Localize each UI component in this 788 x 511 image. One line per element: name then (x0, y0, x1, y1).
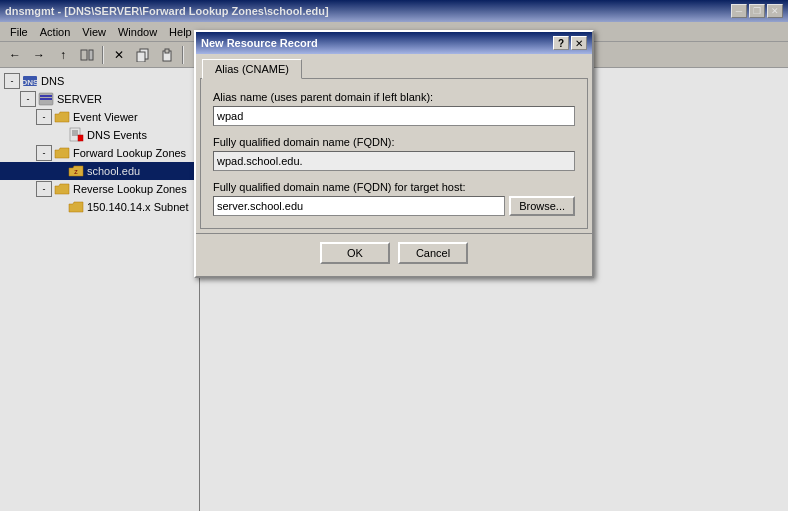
dialog-new-resource-record: New Resource Record ? ✕ Alias (CNAME) Al… (194, 30, 594, 278)
alias-label: Alias name (uses parent domain if left b… (213, 91, 575, 103)
modal-overlay: New Resource Record ? ✕ Alias (CNAME) Al… (0, 0, 788, 511)
target-input[interactable] (213, 196, 505, 216)
tab-alias-cname[interactable]: Alias (CNAME) (202, 59, 302, 79)
target-input-row: Browse... (213, 196, 575, 216)
dialog-tabs: Alias (CNAME) (196, 54, 592, 78)
dialog-close-button[interactable]: ✕ (571, 36, 587, 50)
fqdn-label: Fully qualified domain name (FQDN): (213, 136, 575, 148)
ok-button[interactable]: OK (320, 242, 390, 264)
dialog-controls: ? ✕ (553, 36, 587, 50)
dialog-footer: OK Cancel (196, 233, 592, 276)
dialog-title-bar: New Resource Record ? ✕ (196, 32, 592, 54)
dialog-title: New Resource Record (201, 37, 318, 49)
dialog-content: Alias name (uses parent domain if left b… (200, 78, 588, 229)
browse-button[interactable]: Browse... (509, 196, 575, 216)
cancel-button[interactable]: Cancel (398, 242, 468, 264)
dialog-help-button[interactable]: ? (553, 36, 569, 50)
fqdn-input[interactable] (213, 151, 575, 171)
target-label: Fully qualified domain name (FQDN) for t… (213, 181, 575, 193)
alias-input[interactable] (213, 106, 575, 126)
